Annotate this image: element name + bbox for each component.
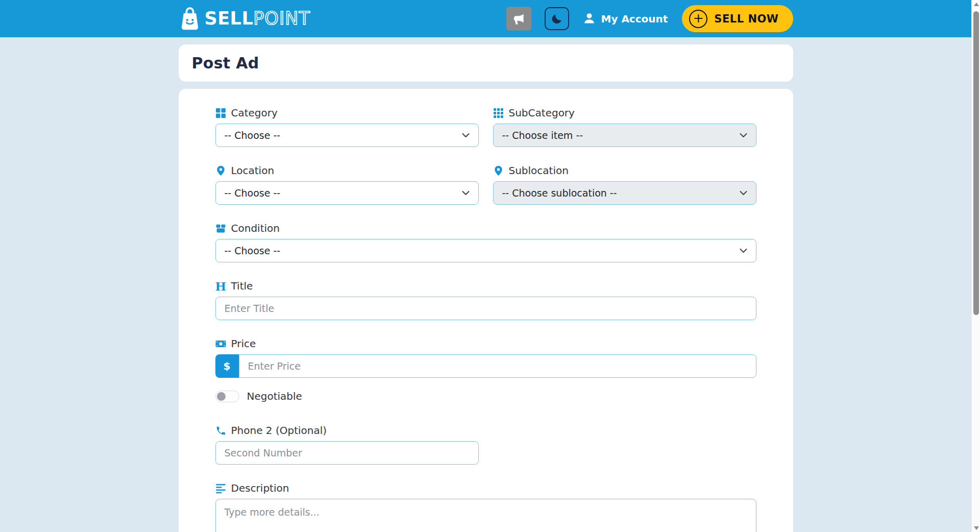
map-pin-icon	[215, 165, 226, 176]
title-label: H Title	[215, 280, 756, 292]
logo[interactable]: SELLPOINT	[179, 6, 310, 32]
my-account-link[interactable]: My Account	[582, 12, 668, 26]
condition-select[interactable]: -- Choose --	[215, 239, 756, 262]
app: SELLPOINT	[0, 0, 971, 532]
scrollbar[interactable]	[971, 0, 980, 532]
category-select-value: -- Choose --	[225, 130, 281, 141]
negotiable-label: Negotiable	[247, 390, 302, 402]
chevron-down-icon	[462, 133, 470, 138]
location-field: Location -- Choose --	[215, 165, 479, 205]
announcements-button[interactable]	[506, 7, 531, 31]
header: SELLPOINT	[0, 0, 971, 37]
dark-mode-toggle[interactable]	[545, 7, 569, 30]
condition-select-value: -- Choose --	[225, 245, 281, 256]
currency-prefix: $	[215, 354, 239, 378]
chevron-down-icon	[740, 133, 747, 138]
location-label: Location	[215, 165, 479, 177]
grid-3x3-icon	[493, 108, 504, 118]
sublocation-label: Sublocation	[493, 165, 756, 177]
megaphone-icon	[512, 12, 526, 26]
location-select-value: -- Choose --	[225, 187, 281, 199]
subcategory-field: SubCategory -- Choose item --	[493, 107, 756, 147]
phone2-input[interactable]	[215, 441, 479, 465]
description-label: Description	[215, 482, 756, 494]
sublocation-select-value: -- Choose sublocation --	[502, 187, 617, 199]
description-textarea[interactable]	[215, 499, 756, 532]
category-select[interactable]: -- Choose --	[215, 124, 479, 147]
sublocation-field: Sublocation -- Choose sublocation --	[493, 165, 756, 205]
category-field: Category -- Choose --	[215, 107, 479, 147]
align-left-icon	[215, 483, 226, 494]
price-input[interactable]	[239, 354, 756, 378]
grid-2x2-icon	[215, 108, 226, 118]
page-title-card: Post Ad	[179, 44, 793, 82]
phone2-label: Phone 2 (Optional)	[215, 425, 479, 437]
description-field: Description	[215, 482, 756, 532]
toggle-knob-icon	[217, 392, 226, 401]
title-field: H Title	[215, 280, 756, 320]
logo-text-bold: SELL	[205, 10, 254, 28]
price-label: Price	[215, 338, 756, 350]
page-title: Post Ad	[192, 54, 259, 72]
price-field: Price $	[215, 338, 756, 378]
title-input[interactable]	[215, 297, 756, 320]
post-ad-form: Category -- Choose --	[179, 89, 793, 532]
plus-circle-icon: +	[689, 10, 707, 28]
shopping-bag-logo-icon	[179, 6, 201, 32]
scrollbar-thumb[interactable]	[973, 11, 979, 315]
box-icon	[215, 223, 226, 234]
phone2-field: Phone 2 (Optional)	[215, 425, 479, 465]
phone-icon	[215, 425, 226, 436]
chevron-down-icon	[740, 191, 747, 196]
map-pin-icon	[493, 165, 504, 176]
moon-icon	[551, 13, 563, 25]
money-bill-icon	[215, 338, 226, 349]
negotiable-toggle[interactable]	[215, 391, 239, 402]
person-icon	[582, 12, 596, 26]
scroll-down-arrow-icon[interactable]	[972, 524, 980, 532]
subcategory-select-value: -- Choose item --	[502, 130, 583, 141]
subcategory-select: -- Choose item --	[493, 124, 756, 147]
heading-icon: H	[215, 281, 226, 292]
sublocation-select: -- Choose sublocation --	[493, 181, 756, 205]
chevron-down-icon	[740, 249, 747, 253]
logo-text-light: POINT	[253, 10, 310, 28]
main-content: Post Ad Category -- Choose --	[179, 44, 793, 532]
location-select[interactable]: -- Choose --	[215, 181, 479, 205]
scroll-up-arrow-icon[interactable]	[972, 0, 980, 8]
chevron-down-icon	[462, 191, 470, 196]
sell-now-button[interactable]: + SELL NOW	[682, 5, 793, 32]
my-account-label: My Account	[601, 13, 668, 25]
sell-now-label: SELL NOW	[714, 13, 778, 25]
negotiable-row: Negotiable	[215, 390, 756, 402]
subcategory-label: SubCategory	[493, 107, 756, 119]
category-label: Category	[215, 107, 479, 119]
condition-field: Condition -- Choose --	[215, 223, 756, 262]
condition-label: Condition	[215, 223, 756, 234]
